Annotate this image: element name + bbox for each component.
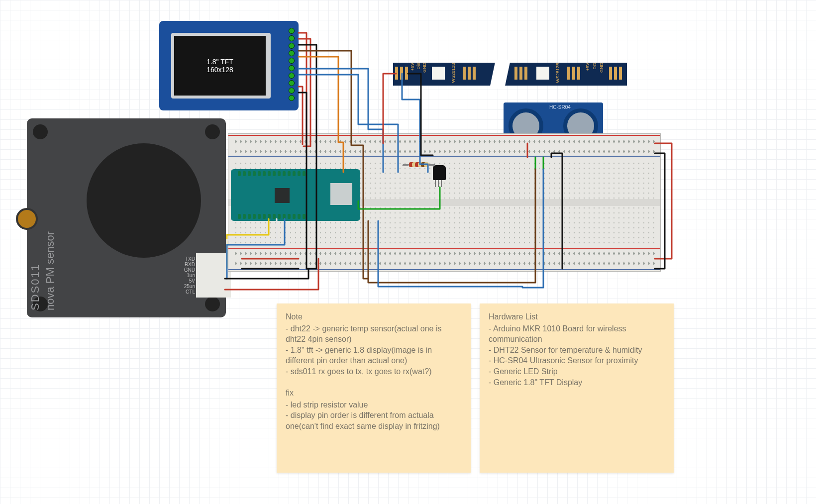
sds-connector [196,253,231,298]
arduino-mkr1010[interactable] [231,169,360,221]
note-title: Hardware List [489,311,665,322]
note-annotations[interactable]: Note - dht22 -> generic temp sensor(actu… [277,303,471,473]
temperature-sensor[interactable] [433,165,446,180]
note-subtitle: fix [286,388,462,399]
note-hardware-list[interactable]: Hardware List - Arduino MKR 1010 Board f… [480,303,674,473]
tft-display[interactable]: 1.8" TFT 160x128 [159,21,299,110]
strip-break-icon [490,60,510,89]
sds-fan [87,143,201,258]
tft-text-2: 160x128 [206,66,233,74]
led-pixel [536,67,549,80]
sds-inlet [16,208,38,230]
sds-pin-labels: TXDRXDGND 1un5V25un CTL [184,256,195,295]
note-title: Note [286,311,462,322]
sds-desc: nova PM sensor [44,231,57,310]
hcsr-label: HC-SR04 [549,104,571,110]
resistor[interactable] [409,162,429,167]
led-pixel [432,67,445,80]
sds011-sensor[interactable]: SDS011 nova PM sensor TXDRXDGND 1un5V25u… [27,118,226,317]
tft-pin-block [270,28,296,101]
sds-model: SDS011 [29,264,42,310]
led-strip[interactable]: +5V Din GND WS2812B WS2812B +5V DO GND [393,63,627,86]
tft-screen: 1.8" TFT 160x128 [174,36,266,96]
tft-text-1: 1.8" TFT [206,58,233,66]
